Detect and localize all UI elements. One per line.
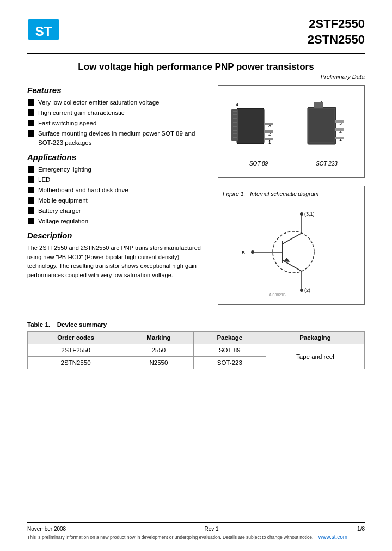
part-number-1: 2STF2550 bbox=[308, 16, 365, 32]
package-1: SOT-89 bbox=[193, 344, 266, 357]
list-item: Voltage regulation bbox=[27, 217, 209, 225]
table-header-row: Order codes Marking Package Packaging bbox=[28, 332, 365, 344]
svg-text:4: 4 bbox=[236, 102, 238, 107]
svg-rect-35 bbox=[335, 120, 344, 123]
col-header-marking: Marking bbox=[124, 332, 194, 344]
svg-rect-7 bbox=[28, 176, 34, 183]
svg-line-42 bbox=[283, 233, 302, 244]
svg-text:B: B bbox=[242, 250, 245, 255]
svg-rect-36 bbox=[335, 128, 344, 131]
device-summary-table: Order codes Marking Package Packaging 2S… bbox=[27, 331, 365, 369]
bullet-icon bbox=[27, 119, 35, 127]
sot89-label: SOT-89 bbox=[249, 161, 268, 167]
svg-text:(2): (2) bbox=[304, 287, 310, 293]
col-header-order: Order codes bbox=[28, 332, 124, 344]
schematic-title: Figure 1. Internal schematic diagram bbox=[223, 191, 360, 197]
bullet-icon bbox=[27, 176, 35, 183]
bullet-icon bbox=[27, 166, 35, 173]
svg-rect-17 bbox=[231, 109, 238, 141]
table-title: Device summary bbox=[57, 321, 107, 328]
figure-label: Figure 1. bbox=[223, 191, 245, 197]
sot223-package: 4 3 2 1 bbox=[302, 97, 351, 167]
svg-point-48 bbox=[300, 212, 303, 216]
title-section: Low voltage high performance PNP power t… bbox=[27, 62, 365, 80]
svg-marker-46 bbox=[284, 258, 290, 262]
main-title: Low voltage high performance PNP power t… bbox=[27, 62, 365, 72]
svg-text:ST: ST bbox=[35, 24, 52, 39]
svg-rect-2 bbox=[28, 99, 34, 106]
table-number: Table 1. bbox=[27, 321, 50, 328]
applications-list: Emergency lighting LED Motherboard and h… bbox=[27, 165, 209, 226]
description-heading: Description bbox=[27, 231, 209, 240]
figure-title: Internal schematic diagram bbox=[250, 191, 318, 197]
list-item: Battery charger bbox=[27, 206, 209, 215]
list-item: Emergency lighting bbox=[27, 165, 209, 174]
left-column: Features Very low collector-emitter satu… bbox=[27, 85, 209, 305]
svg-rect-34 bbox=[314, 102, 323, 108]
table-section: Table 1. Device summary Order codes Mark… bbox=[27, 321, 365, 369]
svg-line-44 bbox=[283, 260, 302, 271]
applications-heading: Applications bbox=[27, 152, 209, 162]
svg-rect-9 bbox=[28, 197, 34, 204]
bullet-icon bbox=[27, 217, 35, 225]
disclaimer-text: This is preliminary information on a new… bbox=[27, 535, 313, 540]
part-number-2: 2STN2550 bbox=[308, 32, 365, 48]
bullet-icon bbox=[27, 197, 35, 204]
st-logo-icon: ST bbox=[27, 16, 60, 42]
footer: November 2008 Rev 1 1/8 This is prelimin… bbox=[27, 522, 365, 540]
list-item: Motherboard and hard disk drive bbox=[27, 186, 209, 194]
right-column: 4 3 2 1 bbox=[218, 85, 365, 305]
table-caption: Table 1. Device summary bbox=[27, 321, 365, 328]
footer-disclaimer: This is preliminary information on a new… bbox=[27, 534, 365, 540]
svg-rect-8 bbox=[28, 187, 34, 193]
bullet-icon bbox=[27, 130, 35, 137]
footer-website: www.st.com bbox=[318, 534, 347, 540]
bullet-icon bbox=[27, 109, 35, 117]
logo-container: ST bbox=[27, 16, 60, 44]
header: ST 2STF2550 2STN2550 bbox=[27, 16, 365, 54]
svg-point-49 bbox=[300, 289, 303, 292]
package-2: SOT-223 bbox=[193, 357, 266, 369]
list-item: Surface mounting devices in medium power… bbox=[27, 129, 209, 146]
svg-rect-37 bbox=[335, 137, 344, 139]
list-item: LED bbox=[27, 175, 209, 184]
package-diagram-box: 4 3 2 1 bbox=[218, 85, 365, 178]
part-numbers: 2STF2550 2STN2550 bbox=[308, 16, 365, 47]
features-heading: Features bbox=[27, 85, 209, 95]
svg-rect-18 bbox=[264, 123, 273, 125]
page: ST 2STF2550 2STN2550 Low voltage high pe… bbox=[0, 0, 392, 551]
svg-rect-20 bbox=[264, 138, 273, 140]
bullet-icon bbox=[27, 99, 35, 106]
packaging-cell: Tape and reel bbox=[266, 344, 364, 369]
svg-rect-6 bbox=[28, 166, 34, 173]
features-list: Very low collector-emitter saturation vo… bbox=[27, 98, 209, 146]
marking-2: N2550 bbox=[124, 357, 194, 369]
svg-point-47 bbox=[251, 250, 254, 254]
footer-rev: Rev 1 bbox=[205, 526, 219, 532]
description-text: The 2STF2550 and 2STN2550 are PNP transi… bbox=[27, 243, 209, 279]
svg-rect-19 bbox=[264, 130, 273, 133]
schematic-box: Figure 1. Internal schematic diagram bbox=[218, 186, 365, 305]
svg-rect-10 bbox=[28, 207, 34, 214]
list-item: Fast switching speed bbox=[27, 119, 209, 127]
preliminary-label: Preliminary Data bbox=[27, 74, 365, 80]
sot223-diagram-icon: 4 3 2 1 bbox=[302, 97, 351, 157]
bullet-icon bbox=[27, 186, 35, 194]
svg-rect-3 bbox=[28, 109, 34, 116]
list-item: Mobile equipment bbox=[27, 196, 209, 205]
svg-text:AI03821B: AI03821B bbox=[269, 293, 286, 297]
order-code-1: 2STF2550 bbox=[28, 344, 124, 357]
order-code-2: 2STN2550 bbox=[28, 357, 124, 369]
schematic-diagram-icon: (3,1) B (2) AI03821B bbox=[223, 200, 359, 298]
svg-rect-11 bbox=[28, 218, 34, 224]
svg-rect-5 bbox=[28, 130, 34, 137]
sot223-label: SOT-223 bbox=[316, 161, 338, 167]
list-item: High current gain characteristic bbox=[27, 108, 209, 117]
svg-text:(3,1): (3,1) bbox=[304, 211, 315, 217]
sot89-diagram-icon: 4 3 2 1 bbox=[231, 97, 286, 157]
list-item: Very low collector-emitter saturation vo… bbox=[27, 98, 209, 107]
svg-rect-16 bbox=[237, 108, 264, 144]
table-row: 2STF2550 2550 SOT-89 Tape and reel bbox=[28, 344, 365, 357]
col-header-packaging: Packaging bbox=[266, 332, 364, 344]
footer-page: 1/8 bbox=[357, 526, 365, 532]
